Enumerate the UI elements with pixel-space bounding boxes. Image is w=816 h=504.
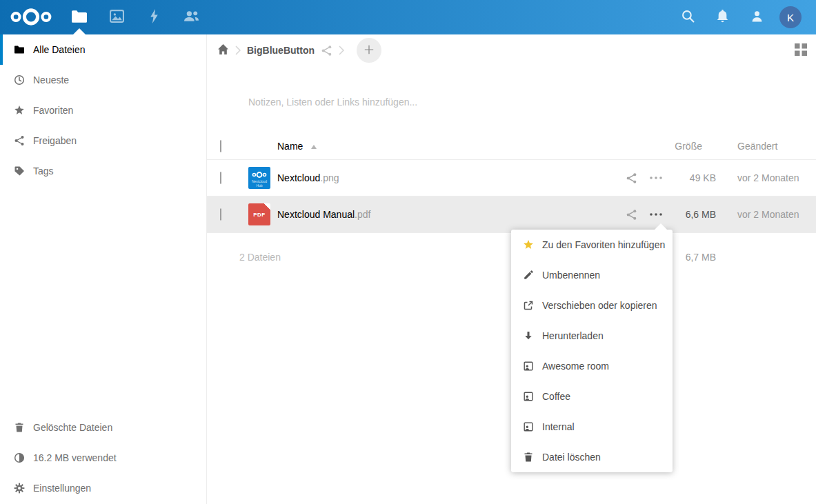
file-row-nextcloud-manual-pdf[interactable]: PDF Nextcloud Manual.pdf 6,6 MB vor 2 Mo… xyxy=(207,196,816,233)
sidebar-item-label: Tags xyxy=(33,165,54,177)
name-column-header: Name xyxy=(277,141,303,152)
file-row-nextcloud-png[interactable]: Nextcloud Hub Nextcloud.png 49 KB vor 2 … xyxy=(207,160,816,196)
home-icon[interactable] xyxy=(217,44,229,57)
file-extension: .pdf xyxy=(355,209,370,220)
sidebar-item-label: Einstellungen xyxy=(33,483,91,494)
sidebar-item-favorites[interactable]: Favoriten xyxy=(0,95,206,125)
menu-item-label: Awesome room xyxy=(542,361,609,372)
chevron-right-icon xyxy=(339,46,344,55)
menu-item-label: Datei löschen xyxy=(542,452,601,463)
lightning-icon xyxy=(150,9,159,26)
menu-item-label: Zu den Favoriten hinzufügen xyxy=(542,239,665,250)
row-checkbox[interactable] xyxy=(220,172,221,184)
share-button[interactable] xyxy=(626,172,637,184)
menu-item-room-awesome[interactable]: Awesome room xyxy=(511,351,673,381)
search-button[interactable] xyxy=(670,0,705,34)
share-icon xyxy=(14,135,25,146)
sidebar-item-deleted-files[interactable]: Gelöschte Dateien xyxy=(0,412,206,443)
sort-by-name[interactable]: Name xyxy=(270,141,597,152)
more-actions-icon[interactable] xyxy=(650,213,662,216)
sidebar-item-label: Favoriten xyxy=(33,105,73,116)
chevron-right-icon xyxy=(235,46,241,55)
star-icon xyxy=(523,239,534,250)
file-modified: vor 2 Monaten xyxy=(716,209,816,220)
sidebar-item-label: Gelöschte Dateien xyxy=(33,422,112,433)
grid-view-toggle[interactable] xyxy=(795,43,807,56)
sidebar-footer: Gelöschte Dateien 16.2 MB verwendet xyxy=(0,412,206,503)
trash-icon xyxy=(523,452,534,463)
trash-icon xyxy=(14,422,25,433)
modified-column-header[interactable]: Geändert xyxy=(716,141,816,152)
sidebar: Alle Dateien Neueste Favoriten Freigaben xyxy=(0,34,207,504)
room-icon xyxy=(523,361,534,372)
nextcloud-image-thumbnail: Nextcloud Hub xyxy=(248,167,270,189)
search-icon xyxy=(681,10,695,25)
file-basename: Nextcloud Manual xyxy=(277,209,355,220)
file-modified: vor 2 Monaten xyxy=(716,172,816,183)
share-button[interactable] xyxy=(626,209,637,221)
menu-item-delete[interactable]: Datei löschen xyxy=(511,442,673,472)
contacts-menu-button[interactable] xyxy=(739,0,774,34)
sort-ascending-icon xyxy=(311,145,317,149)
file-size: 6,6 MB xyxy=(666,209,716,220)
star-icon xyxy=(14,105,25,116)
menu-item-favorite[interactable]: Zu den Favoriten hinzufügen xyxy=(511,230,673,260)
thumbnail-caption: Nextcloud Hub xyxy=(248,179,270,188)
folder-icon xyxy=(72,10,87,25)
file-name[interactable]: Nextcloud.png xyxy=(270,172,597,183)
person-icon xyxy=(751,10,763,24)
more-actions-icon[interactable] xyxy=(650,177,662,179)
tag-icon xyxy=(14,165,25,177)
pdf-thumbnail: PDF xyxy=(248,203,270,225)
move-copy-icon xyxy=(523,300,534,311)
user-avatar[interactable]: K xyxy=(779,6,802,28)
menu-item-label: Verschieben oder kopieren xyxy=(542,300,657,311)
app-activity[interactable] xyxy=(135,0,172,34)
topbar-actions: K xyxy=(670,0,816,34)
row-checkbox[interactable] xyxy=(220,208,221,221)
new-file-button[interactable] xyxy=(357,38,381,63)
clock-icon xyxy=(14,74,25,85)
sidebar-item-all-files[interactable]: Alle Dateien xyxy=(0,34,206,65)
menu-item-label: Internal xyxy=(542,421,575,432)
sidebar-item-label: Alle Dateien xyxy=(33,44,86,55)
pencil-icon xyxy=(523,270,534,281)
quota-label: 16.2 MB verwendet xyxy=(33,452,117,463)
app-photos[interactable] xyxy=(98,0,135,34)
select-all-checkbox[interactable] xyxy=(220,140,221,152)
file-actions-menu: Zu den Favoriten hinzufügen Umbenennen V… xyxy=(511,230,673,472)
app-files[interactable] xyxy=(61,0,98,34)
notes-input[interactable]: Notizen, Listen oder Links hinzufügen... xyxy=(248,97,816,108)
folder-icon xyxy=(14,44,25,55)
room-icon xyxy=(523,421,534,432)
menu-item-label: Coffee xyxy=(542,391,570,402)
file-basename: Nextcloud xyxy=(277,172,320,183)
topbar: K xyxy=(0,0,816,34)
filelist-header: Name Größe Geändert xyxy=(207,132,816,160)
share-icon[interactable] xyxy=(321,45,332,57)
notifications-button[interactable] xyxy=(705,0,739,34)
plus-icon xyxy=(364,44,375,57)
sidebar-item-quota[interactable]: 16.2 MB verwendet xyxy=(0,443,206,473)
photos-icon xyxy=(110,10,124,25)
breadcrumb-folder[interactable]: BigBlueButton xyxy=(247,45,315,56)
quota-icon xyxy=(14,452,25,463)
download-icon xyxy=(523,330,534,341)
people-icon xyxy=(183,10,199,24)
sidebar-item-settings[interactable]: Einstellungen xyxy=(0,473,206,503)
sidebar-item-tags[interactable]: Tags xyxy=(0,156,206,186)
menu-item-room-internal[interactable]: Internal xyxy=(511,412,673,442)
menu-item-room-coffee[interactable]: Coffee xyxy=(511,381,673,412)
menu-item-download[interactable]: Herunterladen xyxy=(511,321,673,351)
menu-item-move-copy[interactable]: Verschieben oder kopieren xyxy=(511,290,673,321)
app-contacts[interactable] xyxy=(172,0,210,34)
menu-item-rename[interactable]: Umbenennen xyxy=(511,260,673,290)
size-column-header[interactable]: Größe xyxy=(666,141,716,152)
app-navigation xyxy=(61,0,210,34)
sidebar-item-recent[interactable]: Neueste xyxy=(0,65,206,95)
pdf-label: PDF xyxy=(248,212,270,218)
nextcloud-logo-icon[interactable] xyxy=(9,6,53,30)
sidebar-item-shares[interactable]: Freigaben xyxy=(0,125,206,156)
file-name[interactable]: Nextcloud Manual.pdf xyxy=(270,209,597,220)
total-size: 6,7 MB xyxy=(666,252,716,263)
